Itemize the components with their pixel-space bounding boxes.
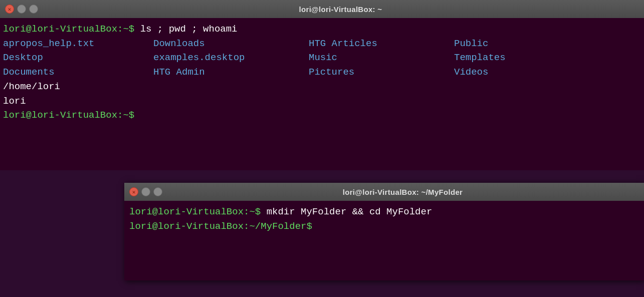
close-button-2[interactable]: ✕ xyxy=(129,187,138,196)
titlebar-2: ✕ lori@lori-VirtualBox: ~/MyFolder xyxy=(124,183,644,201)
prompt-line-2: lori@lori-VirtualBox:~$ xyxy=(3,108,641,123)
terminal-body-2: lori@lori-VirtualBox:~$ mkdir MyFolder &… xyxy=(124,201,644,280)
ls-item-6: Music xyxy=(309,51,454,65)
command-text-2: mkdir MyFolder && cd MyFolder xyxy=(261,206,432,217)
ls-item-3: Public xyxy=(454,37,594,51)
ls-item-5: examples.desktop xyxy=(153,51,309,65)
window-title-1: lori@lori-VirtualBox: ~ xyxy=(42,5,639,14)
terminal-window-1: ✕ lori@lori-VirtualBox: ~ lori@lori-Virt… xyxy=(0,0,644,170)
terminal-body-1: lori@lori-VirtualBox:~$ ls ; pwd ; whoam… xyxy=(0,18,644,170)
maximize-button-1[interactable] xyxy=(29,5,38,14)
titlebar-buttons-2: ✕ xyxy=(129,187,162,196)
ls-output: apropos_help.txt Downloads HTG Articles … xyxy=(3,37,641,80)
titlebar-buttons-1: ✕ xyxy=(5,5,38,14)
ls-item-7: Templates xyxy=(454,51,594,65)
ls-item-4: Desktop xyxy=(3,51,153,65)
ls-item-10: Pictures xyxy=(309,65,454,80)
ls-item-11: Videos xyxy=(454,65,594,80)
prompt-2: lori@lori-VirtualBox:~$ xyxy=(3,110,134,121)
prompt-line-w2-2: lori@lori-VirtualBox:~/MyFolder$ xyxy=(129,219,639,234)
ls-item-9: HTG Admin xyxy=(153,65,309,80)
ls-item-1: Downloads xyxy=(153,37,309,51)
minimize-button-2[interactable] xyxy=(141,187,150,196)
close-icon-1: ✕ xyxy=(8,6,12,13)
command-text-1: ls ; pwd ; whoami xyxy=(134,24,237,35)
window-title-2: lori@lori-VirtualBox: ~/MyFolder xyxy=(166,188,639,196)
path-output: /home/lori xyxy=(3,80,641,94)
close-icon-2: ✕ xyxy=(132,189,136,195)
command-line-2: lori@lori-VirtualBox:~$ mkdir MyFolder &… xyxy=(129,205,639,219)
maximize-button-2[interactable] xyxy=(153,187,162,196)
terminal-window-2: ✕ lori@lori-VirtualBox: ~/MyFolder lori@… xyxy=(124,183,644,280)
minimize-button-1[interactable] xyxy=(17,5,26,14)
whoami-output: lori xyxy=(3,94,641,109)
titlebar-1: ✕ lori@lori-VirtualBox: ~ xyxy=(0,0,644,18)
command-line-1: lori@lori-VirtualBox:~$ ls ; pwd ; whoam… xyxy=(3,22,641,37)
close-button-1[interactable]: ✕ xyxy=(5,5,14,14)
prompt-w2-1: lori@lori-VirtualBox:~$ xyxy=(129,206,261,217)
ls-item-0: apropos_help.txt xyxy=(3,37,153,51)
prompt-1: lori@lori-VirtualBox:~$ xyxy=(3,24,134,35)
ls-item-8: Documents xyxy=(3,65,153,80)
prompt-w2-2: lori@lori-VirtualBox:~/MyFolder$ xyxy=(129,221,312,232)
ls-item-2: HTG Articles xyxy=(309,37,454,51)
